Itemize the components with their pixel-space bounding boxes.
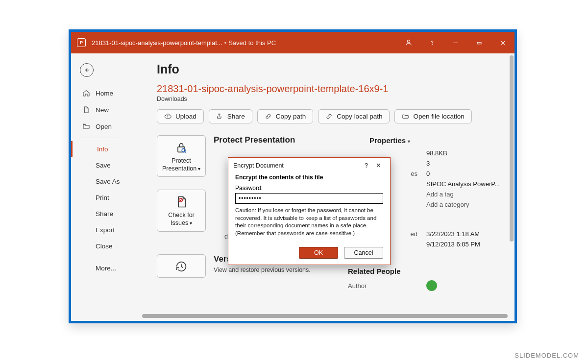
link-icon [265, 113, 272, 120]
copy-path-button[interactable]: Copy path [257, 109, 314, 123]
author-label: Author [348, 282, 417, 290]
author-avatar[interactable] [426, 280, 437, 291]
cancel-button[interactable]: Cancel [344, 247, 383, 259]
share-button[interactable]: Share [209, 109, 252, 123]
password-warning-case: (Remember that passwords are case-sensit… [235, 230, 383, 238]
dialog-help-button[interactable]: ? [361, 162, 372, 169]
sidebar-item-new[interactable]: New [71, 101, 142, 118]
sidebar-item-label: Export [96, 226, 115, 234]
sidebar-item-label: Save [96, 162, 111, 169]
scrollbar-thumb[interactable] [510, 55, 514, 242]
upload-button[interactable]: Upload [157, 109, 204, 123]
svg-rect-2 [178, 147, 185, 152]
prop-size: 98.8KB [426, 149, 447, 157]
help-icon[interactable] [420, 32, 444, 53]
sidebar-item-close[interactable]: Close [71, 238, 142, 254]
sidebar-item-share[interactable]: Share [71, 206, 142, 222]
document-name: 21831-01-sipoc-analysis-powerpoint-templ… [157, 83, 507, 95]
maximize-button[interactable] [467, 32, 491, 53]
sidebar-item-open[interactable]: Open [71, 118, 142, 135]
encrypt-document-dialog: Encrypt Document ? ✕ Encrypt the content… [228, 157, 391, 265]
prop-created: 9/12/2013 6:05 PM [426, 241, 480, 248]
open-file-location-button[interactable]: Open file location [394, 109, 471, 123]
sidebar-item-home[interactable]: Home [71, 85, 142, 101]
prop-title: SIPOC Analysis PowerP... [426, 180, 500, 188]
document-location: Downloads [157, 96, 507, 102]
add-tag-link[interactable]: Add a tag [426, 191, 454, 198]
watermark: SLIDEMODEL.COM [514, 352, 579, 359]
backstage-sidebar: Home New Open Info Save Save As Print Sh… [71, 53, 142, 321]
svg-point-1 [432, 44, 433, 45]
document-title: 21831-01-sipoc-analysis-powerpoint-templ… [92, 39, 222, 47]
dialog-close-button[interactable]: ✕ [372, 162, 385, 169]
check-for-issues-button[interactable]: Check forIssues [157, 190, 206, 231]
titlebar: P 21831-01-sipoc-analysis-powerpoint-tem… [71, 32, 514, 53]
sidebar-item-label: More... [96, 265, 116, 272]
lock-icon [174, 141, 188, 154]
sidebar-item-label: Home [96, 90, 113, 97]
password-label: Password: [235, 185, 383, 192]
sidebar-item-label: Info [97, 146, 108, 153]
sidebar-item-label: Open [96, 123, 112, 130]
folder-open-icon [82, 122, 91, 130]
minimize-button[interactable] [444, 32, 467, 53]
protect-presentation-button[interactable]: ProtectPresentation [157, 135, 206, 177]
account-icon[interactable] [397, 32, 420, 53]
dialog-subtitle: Encrypt the contents of this file [235, 174, 323, 181]
protect-title: Protect Presentation [214, 135, 295, 145]
powerpoint-app-icon: P [77, 38, 86, 47]
sidebar-item-label: New [96, 106, 109, 114]
prop-hidden: 0 [426, 170, 430, 177]
close-button[interactable] [491, 32, 514, 53]
chevron-down-icon: Presentation [162, 165, 200, 172]
sidebar-item-more[interactable]: More... [71, 260, 142, 276]
sidebar-item-save-as[interactable]: Save As [71, 173, 142, 190]
chevron-down-icon [408, 136, 410, 145]
version-history-text: View and restore previous versions. [214, 266, 311, 275]
dialog-titlebar: Encrypt Document ? ✕ [228, 158, 390, 173]
svg-point-0 [407, 40, 410, 43]
properties-header[interactable]: Properties [369, 136, 507, 145]
page-title: Info [157, 62, 507, 76]
upload-icon [164, 113, 172, 120]
info-actions-row: Upload Share Copy path Copy local path [157, 109, 507, 123]
history-icon [174, 260, 188, 273]
link-icon [325, 113, 333, 120]
ok-button[interactable]: OK [299, 247, 338, 259]
folder-icon [402, 113, 409, 120]
window-controls [397, 32, 514, 53]
sidebar-item-label: Print [96, 194, 109, 201]
version-history-button[interactable] [157, 254, 206, 278]
save-status: Saved to this PC [228, 39, 276, 47]
prop-slides: 3 [426, 160, 430, 167]
share-icon [216, 113, 223, 120]
chevron-down-icon: Issues [171, 219, 192, 226]
home-icon [82, 89, 91, 97]
sidebar-item-info[interactable]: Info [71, 141, 142, 157]
password-warning: Caution: If you lose or forget the passw… [235, 207, 383, 230]
horizontal-scrollbar[interactable] [142, 314, 508, 319]
dialog-title: Encrypt Document [233, 162, 284, 169]
add-category-link[interactable]: Add a category [426, 201, 469, 208]
inspect-icon [174, 195, 188, 209]
sidebar-item-label: Share [96, 210, 113, 218]
vertical-scrollbar[interactable] [508, 55, 514, 309]
sidebar-item-save[interactable]: Save [71, 157, 142, 173]
password-input[interactable] [235, 193, 383, 204]
sidebar-divider [80, 138, 119, 138]
back-button[interactable] [80, 63, 94, 77]
copy-local-path-button[interactable]: Copy local path [318, 109, 390, 123]
sidebar-item-label: Close [96, 243, 113, 250]
new-file-icon [82, 106, 91, 114]
sidebar-item-print[interactable]: Print [71, 190, 142, 206]
related-people-header: Related People [348, 267, 507, 275]
sidebar-item-label: Save As [96, 178, 120, 185]
sidebar-item-export[interactable]: Export [71, 222, 142, 238]
scrollbar-thumb[interactable] [142, 314, 508, 318]
prop-modified: 3/22/2023 1:18 AM [426, 230, 480, 238]
